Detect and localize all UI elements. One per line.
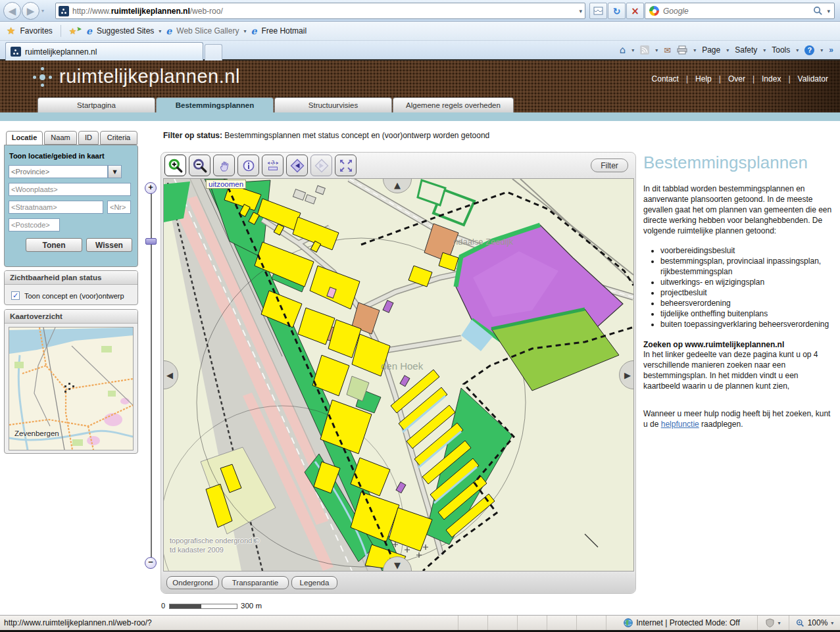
postcode-input[interactable] [9, 218, 60, 231]
search-tab-criteria[interactable]: Criteria [100, 131, 137, 145]
zoom-slider-handle[interactable] [145, 238, 157, 245]
refresh-button[interactable]: ↻ [608, 3, 626, 19]
nav-contact-link[interactable]: Contact [652, 74, 679, 84]
province-dropdown-icon[interactable]: ▼ [108, 165, 122, 178]
legenda-button[interactable]: Legenda [291, 576, 337, 589]
search-tab-locatie[interactable]: Locatie [6, 131, 43, 145]
list-item: beheersverordening [660, 298, 836, 308]
page-dropdown-icon[interactable]: ▾ [726, 47, 729, 53]
full-extent-icon [339, 158, 353, 173]
concept-checkbox[interactable]: ✓ [11, 291, 20, 300]
suggested-sites-dropdown-icon[interactable]: ▾ [159, 28, 161, 34]
compatibility-view-button[interactable] [589, 3, 607, 19]
back-button[interactable]: ◀ [3, 2, 21, 20]
number-input[interactable] [107, 201, 131, 214]
suggested-sites-button[interactable]: Suggested Sites [97, 26, 154, 36]
free-hotmail-button[interactable]: Free Hotmail [261, 26, 307, 36]
favorites-bar: ★ Favorites ★➤ e Suggested Sites ▾ e Web… [0, 22, 840, 41]
nav-over-link[interactable]: Over [728, 74, 745, 84]
previous-extent-tool-button[interactable] [286, 155, 308, 176]
ondergrond-button[interactable]: Ondergrond [166, 576, 219, 589]
shield-icon [766, 618, 774, 627]
web-slice-gallery-button[interactable]: Web Slice Gallery [176, 26, 239, 36]
favorites-star-icon[interactable]: ★ [7, 25, 15, 37]
new-tab-button[interactable] [205, 44, 222, 61]
clear-button[interactable]: Wissen [86, 238, 132, 252]
tab-bestemmingsplannen[interactable]: Bestemmingsplannen [156, 97, 274, 112]
list-item: tijdelijke ontheffing buitenplans [660, 308, 836, 319]
search-heading: Zoeken op www.ruimtelijkeplannen.nl [643, 340, 836, 349]
transparantie-button[interactable]: Transparantie [222, 576, 289, 589]
header-nav: Contact| Help| Over| Index| Validator [652, 74, 828, 84]
stop-button[interactable]: × [626, 3, 644, 19]
zoom-pane[interactable]: 100% ▾ [789, 616, 840, 630]
tab-startpagina[interactable]: Startpagina [37, 97, 155, 112]
tab-algemene-regels[interactable]: Algemene regels overheden [393, 97, 514, 112]
home-dropdown-icon[interactable]: ▾ [631, 47, 634, 53]
browser-toolbar: ◀ ▶ ▾ http://www.ruimtelijkeplannen.nl/w… [0, 0, 840, 22]
zoom-slider-track[interactable] [151, 193, 152, 559]
smartscreen-dropdown-icon: ▾ [778, 620, 780, 626]
zoom-in-slider-button[interactable]: + [145, 182, 157, 194]
search-tab-naam[interactable]: Naam [44, 131, 77, 145]
browser-tab[interactable]: ruimtelijkeplannen.nl [5, 42, 203, 61]
address-dropdown-icon[interactable]: ▾ [579, 8, 582, 14]
print-dropdown-icon[interactable]: ▾ [693, 47, 696, 53]
home-icon[interactable]: ⌂ [620, 44, 626, 56]
help-dropdown-icon[interactable]: ▾ [820, 47, 823, 53]
hotmail-doc-icon: e [251, 26, 257, 36]
ie-logo-icon: e [86, 26, 92, 36]
show-button[interactable]: Tonen [26, 238, 82, 252]
measure-tool-button[interactable]: ? [262, 155, 284, 176]
tools-dropdown-icon[interactable]: ▾ [796, 47, 799, 53]
filter-status-line: Filter op status: Bestemmingsplannen met… [163, 131, 489, 140]
rss-feed-icon[interactable] [640, 45, 649, 55]
search-tab-id[interactable]: ID [78, 131, 99, 145]
search-icon[interactable] [813, 6, 823, 16]
search-box[interactable]: Google ▾ [645, 3, 835, 19]
help-link[interactable]: helpfunctie [661, 420, 699, 429]
filter-button[interactable]: Filter [591, 158, 628, 172]
zoom-full-extent-tool-button[interactable] [335, 155, 357, 176]
list-item: uitwerkings- en wijzigingsplan [660, 277, 836, 287]
tools-menu[interactable]: Tools [772, 45, 790, 55]
accent-bar [0, 112, 840, 121]
print-icon[interactable] [677, 45, 687, 55]
safety-dropdown-icon[interactable]: ▾ [763, 47, 766, 53]
feeds-dropdown-icon[interactable]: ▾ [655, 47, 658, 53]
nav-help-link[interactable]: Help [695, 74, 712, 84]
safety-menu[interactable]: Safety [735, 45, 757, 55]
read-mail-icon[interactable]: ✉ [664, 45, 671, 55]
identify-tool-button[interactable] [237, 155, 259, 176]
tab-structuurvisies[interactable]: Structuurvisies [274, 97, 392, 112]
zoom-in-tool-button[interactable] [164, 155, 186, 176]
nav-validator-link[interactable]: Validator [798, 74, 828, 84]
street-input[interactable] [9, 201, 103, 214]
add-favorite-icon[interactable]: ★➤ [69, 26, 82, 36]
smartscreen-pane[interactable]: ▾ [757, 616, 789, 630]
recent-pages-dropdown-icon[interactable]: ▾ [41, 8, 44, 14]
filter-status-label: Filter op status: [163, 131, 222, 140]
pan-tool-button[interactable] [213, 155, 235, 176]
address-bar[interactable]: http://www.ruimtelijkeplannen.nl/web-roo… [55, 3, 585, 19]
zoom-level-value: 100% [808, 618, 828, 627]
nav-index-link[interactable]: Index [762, 74, 781, 84]
zoom-out-icon [192, 158, 208, 174]
favorites-button[interactable]: Favorites [20, 26, 52, 36]
zoom-out-slider-button[interactable]: − [145, 557, 157, 569]
zoom-out-tool-button[interactable] [189, 155, 210, 176]
next-extent-icon [314, 158, 329, 173]
toolbar-overflow-chevron-icon[interactable]: » [829, 45, 833, 55]
measure-icon: ? [266, 158, 280, 173]
overview-minimap[interactable]: Zevenbergen [9, 327, 134, 450]
map-toolbar: ? Filter [161, 153, 635, 178]
forward-button[interactable]: ▶ [22, 2, 39, 20]
province-select[interactable]: <Provincie> [9, 165, 108, 178]
help-icon[interactable]: ? [804, 45, 814, 55]
map-canvas[interactable]: uitzoomen den Hoek ndaalse Zeedijk topog… [163, 178, 634, 571]
page-menu[interactable]: Page [702, 45, 720, 55]
next-extent-tool-button[interactable] [310, 155, 332, 176]
search-options-dropdown-icon[interactable]: ▾ [827, 8, 830, 14]
web-slice-gallery-dropdown-icon[interactable]: ▾ [243, 28, 246, 34]
city-input[interactable] [9, 183, 131, 196]
